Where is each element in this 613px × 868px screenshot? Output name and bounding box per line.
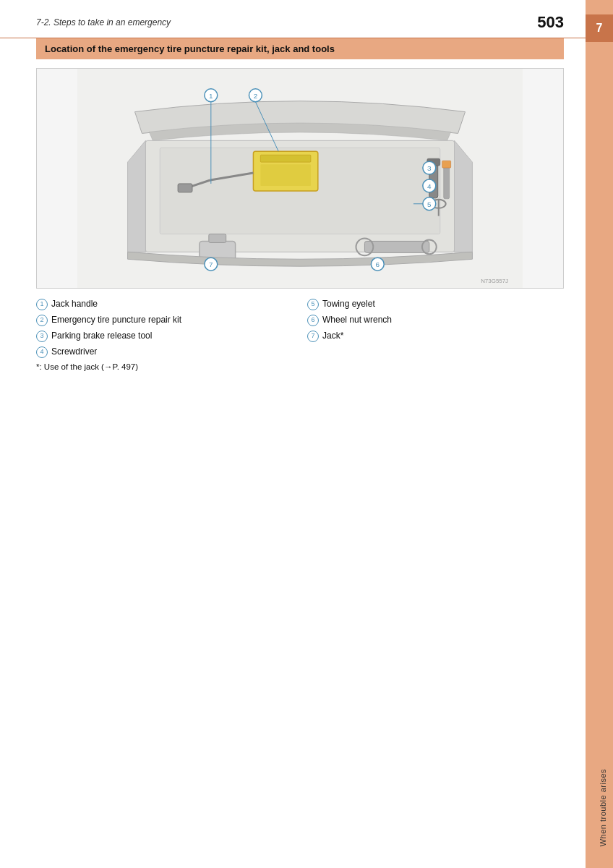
- label-text-6: Wheel nut wrench: [322, 313, 392, 326]
- label-item-1: 1 Jack handle: [36, 297, 293, 310]
- section-title: 7-2. Steps to take in an emergency: [36, 17, 171, 27]
- sidebar-tab-text: When trouble arises: [599, 769, 607, 846]
- label-circle-6: 6: [307, 315, 319, 326]
- labels-section: 1 Jack handle 5 Towing eyelet 2 Emergenc…: [36, 297, 564, 358]
- label-circle-5: 5: [307, 299, 319, 310]
- label-circle-4: 4: [36, 346, 48, 358]
- svg-rect-4: [260, 155, 311, 162]
- label-item-6: 6 Wheel nut wrench: [307, 313, 564, 326]
- label-circle-1: 1: [36, 299, 48, 310]
- label-item-2: 2 Emergency tire puncture repair kit: [36, 313, 293, 326]
- label-text-4: Screwdriver: [51, 345, 97, 358]
- svg-text:1: 1: [209, 92, 213, 100]
- svg-text:4: 4: [427, 182, 432, 190]
- svg-text:6: 6: [376, 260, 380, 268]
- svg-text:3: 3: [427, 164, 432, 172]
- label-circle-2: 2: [36, 315, 48, 326]
- svg-text:7: 7: [209, 260, 213, 268]
- svg-rect-5: [260, 164, 311, 186]
- svg-rect-11: [444, 164, 450, 199]
- svg-rect-17: [364, 241, 429, 252]
- svg-rect-8: [178, 184, 192, 192]
- svg-rect-16: [209, 234, 226, 242]
- section-heading: Location of the emergency tire puncture …: [36, 38, 564, 59]
- svg-rect-12: [442, 161, 451, 168]
- car-diagram-svg: 1 2 3 4 5 6: [37, 69, 563, 288]
- svg-text:N73G557J: N73G557J: [481, 278, 508, 284]
- svg-text:2: 2: [254, 92, 258, 100]
- label-circle-3: 3: [36, 331, 48, 342]
- label-item-7: 7 Jack*: [307, 329, 564, 342]
- sidebar-tab-number: 7: [586, 14, 613, 42]
- svg-text:5: 5: [427, 200, 432, 208]
- page-header: 7-2. Steps to take in an emergency 503: [0, 0, 586, 38]
- diagram-container: 1 2 3 4 5 6: [36, 68, 564, 289]
- label-item-5: 5 Towing eyelet: [307, 297, 564, 310]
- label-text-5: Towing eyelet: [322, 297, 375, 310]
- label-text-2: Emergency tire puncture repair kit: [51, 313, 181, 326]
- page-container: 7-2. Steps to take in an emergency 503 L…: [0, 0, 613, 868]
- label-circle-7: 7: [307, 331, 319, 342]
- label-text-3: Parking brake release tool: [51, 329, 152, 342]
- page-number: 503: [537, 13, 564, 32]
- right-sidebar: 7 When trouble arises: [586, 0, 613, 868]
- label-text-1: Jack handle: [51, 297, 98, 310]
- label-item-4: 4 Screwdriver: [36, 345, 293, 358]
- main-content: 7-2. Steps to take in an emergency 503 L…: [0, 0, 586, 868]
- footnote: *: Use of the jack (→P. 497): [36, 362, 564, 371]
- label-item-3: 3 Parking brake release tool: [36, 329, 293, 342]
- label-text-7: Jack*: [322, 329, 343, 342]
